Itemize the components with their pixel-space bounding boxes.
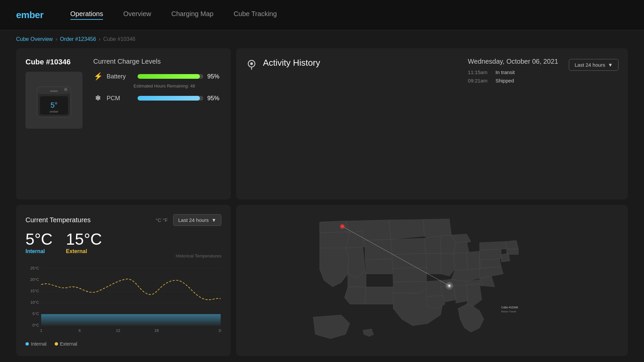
- origin-dot: [341, 225, 344, 228]
- activity-date: Wednesday, October 06, 2021: [468, 58, 558, 65]
- legend-dot-external: [55, 342, 58, 346]
- svg-point-9: [250, 62, 253, 65]
- nav-operations[interactable]: Operations: [70, 10, 103, 20]
- breadcrumb: Cube Overview › Order #123456 › Cube #10…: [0, 30, 644, 48]
- svg-text:5°C: 5°C: [33, 311, 39, 316]
- legend-label-external: External: [60, 341, 77, 347]
- legend-dot-internal: [25, 342, 29, 346]
- cube-image: 5° ember ember: [25, 72, 83, 129]
- breadcrumb-cube: Cube #10346: [103, 36, 136, 42]
- temp-external: 15°C External: [66, 230, 102, 254]
- nav-charging-map[interactable]: Charging Map: [171, 10, 214, 20]
- svg-text:1: 1: [40, 328, 42, 333]
- legend-label-internal: Internal: [31, 341, 47, 347]
- dropdown-chevron-icon: ▼: [608, 62, 613, 68]
- temp-dropdown-chevron: ▼: [211, 217, 216, 223]
- location-icon: [246, 58, 258, 73]
- legend-internal: Internal: [25, 341, 47, 347]
- chart-legend: Internal External: [25, 341, 221, 347]
- temp-internal: 5°C Internal: [25, 230, 53, 254]
- activity-header: Activity History Wednesday, October 06, …: [246, 58, 619, 83]
- activity-title: Activity History: [263, 58, 320, 68]
- internal-temp-value: 5°C: [25, 230, 53, 248]
- breadcrumb-cube-overview[interactable]: Cube Overview: [16, 36, 53, 42]
- cube-charge-card: Cube #10346 5° ember ember: [16, 48, 231, 199]
- battery-bar: [138, 74, 200, 79]
- activity-event-1: 09:21am Shipped: [468, 78, 558, 83]
- event-status-1: Shipped: [495, 78, 514, 83]
- svg-text:24: 24: [218, 328, 221, 333]
- external-temp-value: 15°C: [66, 230, 102, 248]
- pcm-bar: [138, 96, 200, 101]
- chart-area: 25°C 20°C 15°C 10°C 5°C 0°C: [25, 258, 221, 339]
- pin-icon: [246, 58, 258, 70]
- svg-text:25°C: 25°C: [30, 266, 39, 270]
- temp-values: 5°C Internal 15°C External: [25, 230, 102, 254]
- pcm-pct: 95%: [207, 95, 221, 102]
- pcm-label: PCM: [107, 95, 133, 102]
- event-time-0: 11:15am: [468, 69, 487, 75]
- temp-card: Current Temperatures °C °F Last 24 hours…: [16, 205, 231, 356]
- battery-pct: 95%: [207, 73, 221, 80]
- cube-device-icon: 5° ember ember: [31, 77, 77, 124]
- svg-text:18: 18: [154, 328, 159, 333]
- pcm-icon: ❄: [93, 94, 103, 103]
- map-wrap: Cube #10346 Return Transit: [236, 205, 628, 356]
- legend-external: External: [55, 341, 77, 347]
- pcm-bar-wrap: [138, 96, 203, 101]
- cube-map-label: Cube #10346: [501, 306, 518, 309]
- temp-title: Current Temperatures: [25, 216, 91, 224]
- breadcrumb-order[interactable]: Order #123456: [60, 36, 96, 42]
- activity-events: 11:15am In transit 09:21am Shipped: [468, 69, 558, 83]
- usa-map: Cube #10346 Return Transit: [236, 205, 628, 356]
- temperature-chart: 25°C 20°C 15°C 10°C 5°C 0°C: [25, 258, 221, 339]
- activity-card: Activity History Wednesday, October 06, …: [236, 48, 628, 199]
- logo: ember: [16, 10, 44, 20]
- battery-bar-wrap: [138, 74, 203, 79]
- header: ember Operations Overview Charging Map C…: [0, 0, 644, 30]
- battery-row: ⚡ Battery 95%: [93, 72, 221, 81]
- map-card: Cube #10346 Return Transit: [236, 205, 628, 356]
- svg-text:ember: ember: [50, 110, 58, 113]
- battery-est-hours: Estimated Hours Remaining: 48: [133, 83, 221, 88]
- main-content: Cube #10346 5° ember ember: [0, 48, 644, 361]
- event-time-1: 09:21am: [468, 78, 487, 83]
- activity-title-wrap: Activity History: [263, 58, 320, 68]
- nav-overview[interactable]: Overview: [123, 10, 151, 20]
- svg-text:6: 6: [78, 328, 80, 333]
- temp-time-dropdown[interactable]: Last 24 hours ▼: [173, 214, 221, 226]
- external-temp-label: External: [66, 248, 102, 254]
- hist-label: Historical Temperatures: [176, 253, 221, 258]
- svg-point-7: [64, 88, 67, 91]
- svg-text:0°C: 0°C: [33, 323, 39, 327]
- activity-date-section: Wednesday, October 06, 2021 11:15am In t…: [468, 58, 558, 83]
- charge-title: Current Charge Levels: [93, 58, 221, 65]
- charge-section: Current Charge Levels ⚡ Battery 95% Esti…: [93, 58, 221, 105]
- internal-temp-label: Internal: [25, 248, 53, 254]
- activity-event-0: 11:15am In transit: [468, 69, 558, 75]
- dest-dot: [448, 285, 450, 287]
- temp-units: °C °F: [156, 217, 168, 223]
- cube-title: Cube #10346: [25, 58, 83, 66]
- event-status-0: In transit: [495, 69, 515, 75]
- svg-text:10°C: 10°C: [30, 300, 39, 304]
- svg-text:20°C: 20°C: [30, 277, 39, 282]
- pcm-row: ❄ PCM 95%: [93, 94, 221, 103]
- temp-header: Current Temperatures °C °F Last 24 hours…: [25, 214, 221, 226]
- battery-icon: ⚡: [93, 72, 103, 81]
- cube-image-wrap: Cube #10346 5° ember ember: [25, 58, 83, 129]
- svg-text:ember: ember: [50, 89, 58, 93]
- battery-label: Battery: [107, 73, 133, 80]
- activity-time-dropdown[interactable]: Last 24 hours ▼: [569, 59, 619, 71]
- svg-text:5°: 5°: [50, 101, 57, 109]
- svg-text:15°C: 15°C: [30, 289, 39, 293]
- cube-map-sublabel: Return Transit: [501, 310, 516, 313]
- svg-text:12: 12: [116, 328, 120, 333]
- nav: Operations Overview Charging Map Cube Tr…: [70, 10, 277, 20]
- nav-cube-tracking[interactable]: Cube Tracking: [233, 10, 277, 20]
